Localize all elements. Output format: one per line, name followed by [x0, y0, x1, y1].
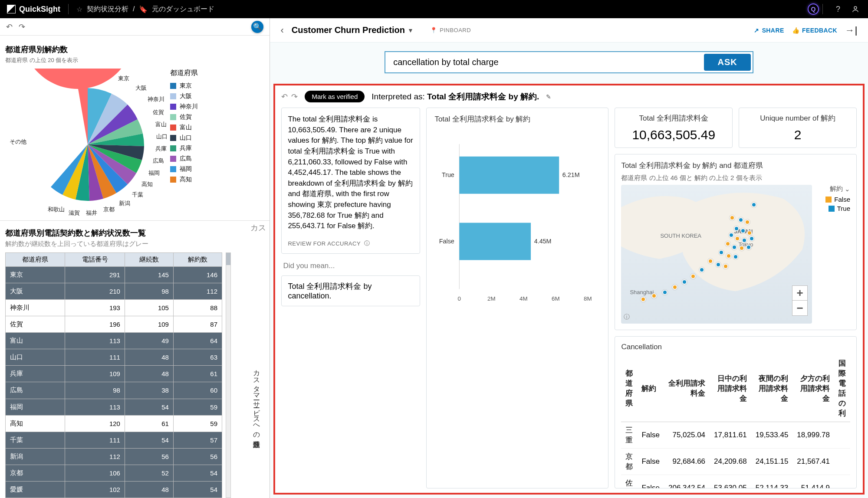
legend-item[interactable]: 兵庫	[170, 144, 248, 152]
kpi-row: Total 全利用請求料金 10,663,505.49 Unique numbe…	[615, 108, 857, 148]
left-dashboard-panel: ↶ ↷ 🔍 都道府県別解約数 都道府県 の上位 20 個を表示	[0, 18, 270, 498]
feedback-button[interactable]: 👍 FEEDBACK	[792, 27, 837, 34]
redo-icon[interactable]: ↷	[291, 92, 298, 102]
slice-label: 京都	[103, 206, 115, 213]
legend-item[interactable]: 富山	[170, 124, 248, 131]
table-header[interactable]: 解約数	[173, 253, 222, 267]
legend-item[interactable]: 広島	[170, 155, 248, 163]
legend-item[interactable]: 高知	[170, 176, 248, 183]
svg-text:4M: 4M	[519, 295, 528, 302]
map-info-icon[interactable]: ⓘ	[624, 313, 630, 321]
chevron-down-icon[interactable]: ⌄	[845, 185, 850, 193]
pin-icon: 📍	[430, 27, 437, 33]
legend-item[interactable]: 福岡	[170, 165, 248, 173]
topic-name: Customer Churn Prediction	[292, 25, 405, 35]
pinboard-button[interactable]: 📍 PINBOARD	[430, 27, 471, 33]
table-header[interactable]: 日中の利用請求料金	[710, 355, 751, 422]
table-header[interactable]: 夜間の利用請求料金	[751, 355, 793, 422]
legend-swatch	[170, 114, 176, 120]
legend-item[interactable]: 東京	[170, 82, 248, 90]
table-header[interactable]: 全利用請求料金	[664, 355, 710, 422]
undo-icon[interactable]: ↶	[281, 92, 288, 102]
table-row[interactable]: 東京291145146	[6, 267, 222, 283]
table-header[interactable]: 電話番号	[65, 253, 125, 267]
back-button[interactable]: ‹	[280, 25, 283, 36]
table-row[interactable]: 京都1065254	[6, 465, 222, 481]
pie-chart[interactable]: その他 東京 大阪 神奈川 佐賀 富山 山口 兵庫 広島 福岡 高知 千葉 新潟…	[5, 69, 170, 216]
zoom-in-button[interactable]: +	[792, 286, 807, 301]
favorite-star-icon[interactable]: ☆	[76, 5, 82, 13]
dashboard-link[interactable]: 元のダッシュボード	[152, 5, 214, 14]
table-row[interactable]: 兵庫1094861	[6, 366, 222, 382]
table-row[interactable]: 高知1206159	[6, 415, 222, 432]
table-row[interactable]: 愛媛1024854	[6, 481, 222, 498]
pie-legend: 都道府県 東京大阪神奈川佐賀富山山口兵庫広島福岡高知	[170, 69, 248, 216]
result-area: ↶ ↷ Mark as verified Interpreted as: Tot…	[273, 84, 865, 495]
mark-verified-button[interactable]: Mark as verified	[305, 91, 365, 102]
undo-button[interactable]: ↶	[6, 22, 13, 32]
table-header[interactable]: 解約	[637, 355, 664, 422]
cancellation-table-card: Cancellation 都道府県解約全利用請求料金日中の利用請求料金夜間の利用…	[615, 336, 857, 488]
table-row[interactable]: 富山1134964	[6, 333, 222, 349]
bar-chart-title: Total 全利用請求料金 by 解約	[434, 114, 600, 124]
divider	[822, 4, 823, 14]
zoom-out-button[interactable]: −	[792, 301, 807, 315]
svg-text:True: True	[442, 172, 454, 179]
legend-swatch	[170, 135, 176, 141]
table-row[interactable]: 三重False75,025.0417,811.6119,533.4518,999…	[621, 422, 850, 449]
share-button[interactable]: ↗ SHARE	[754, 27, 784, 34]
kpi-total: Total 全利用請求料金 10,663,505.49	[615, 108, 733, 148]
q-assistant-button[interactable]: Q	[808, 3, 819, 15]
table-row[interactable]: 神奈川19310588	[6, 300, 222, 316]
ask-input[interactable]	[385, 52, 702, 72]
divider	[68, 4, 69, 14]
slice-label: 佐賀	[153, 108, 164, 116]
table-row[interactable]: 千葉1115457	[6, 432, 222, 448]
legend-item[interactable]: 山口	[170, 134, 248, 142]
table-row[interactable]: 福岡1135459	[6, 399, 222, 415]
table-row[interactable]: 広島983860	[6, 382, 222, 399]
did-you-mean-label: Did you mean...	[281, 261, 420, 271]
table-row[interactable]: 京都False92,684.6624,209.6824,151.1521,567…	[621, 449, 850, 475]
expand-button[interactable]: →|	[845, 25, 858, 36]
legend-item[interactable]: 大阪	[170, 92, 248, 100]
q-floating-button[interactable]: 🔍	[251, 21, 263, 33]
cancellation-table[interactable]: 都道府県解約全利用請求料金日中の利用請求料金夜間の利用請求料金夕方の利用請求料金…	[621, 355, 850, 488]
user-menu-button[interactable]	[850, 3, 861, 15]
legend-item[interactable]: 佐賀	[170, 113, 248, 121]
slice-label: 和歌山	[48, 206, 65, 213]
redo-button[interactable]: ↷	[19, 22, 25, 32]
breadcrumb: ☆ 契約状況分析 / 🔖 元のダッシュボード	[76, 5, 214, 14]
pie-chart-title: 都道府県別解約数	[5, 44, 264, 55]
table-row[interactable]: 山口1114863	[6, 349, 222, 366]
table-header[interactable]: 夕方の利用請求料金	[792, 355, 834, 422]
slice-label: 高知	[141, 180, 153, 188]
suggestion-item[interactable]: Total 全利用請求料金 by cancellation.	[281, 275, 420, 306]
edit-interpretation-button[interactable]: ✎	[546, 93, 551, 100]
ask-button[interactable]: ASK	[704, 54, 751, 71]
table-row[interactable]: 佐賀False206,342.5453,630.0552,114.3351,41…	[621, 475, 850, 489]
map-visual[interactable]: SOUTH KOREA JAPAN Tokyo Shanghai + −	[621, 185, 812, 324]
table-header[interactable]: 都道府県	[6, 253, 65, 267]
table-header[interactable]: 継続数	[125, 253, 173, 267]
left-toolbar: ↶ ↷ 🔍	[0, 18, 270, 36]
legend-swatch	[170, 177, 176, 183]
slice-label: 大阪	[135, 84, 147, 92]
help-button[interactable]: ?	[832, 3, 844, 15]
prefecture-table[interactable]: 都道府県電話番号継続数解約数 東京291145146大阪21098112神奈川1…	[5, 252, 222, 498]
app-logo[interactable]: QuickSight	[7, 5, 60, 14]
svg-text:0: 0	[458, 295, 461, 302]
table-header[interactable]: 都道府県	[621, 355, 637, 422]
table-header[interactable]: 国際電話の利	[834, 355, 850, 422]
bar-chart[interactable]: 02M4M6M8MTrue6.21MFalse4.45M	[434, 128, 600, 310]
slice-label: 新潟	[119, 200, 130, 207]
q-toolbar: ‹ Customer Churn Prediction ▼ 📍 PINBOARD…	[270, 18, 868, 43]
review-accuracy[interactable]: REVIEW FOR ACCURACY ⓘ	[288, 239, 414, 247]
table-row[interactable]: 佐賀19610987	[6, 316, 222, 333]
legend-item[interactable]: 神奈川	[170, 103, 248, 111]
table-row[interactable]: 新潟1125656	[6, 448, 222, 465]
vertical-scrollbar[interactable]	[226, 252, 231, 498]
scrollbar-thumb[interactable]	[226, 253, 230, 265]
topic-selector[interactable]: Customer Churn Prediction ▼	[292, 25, 414, 35]
table-row[interactable]: 大阪21098112	[6, 283, 222, 300]
